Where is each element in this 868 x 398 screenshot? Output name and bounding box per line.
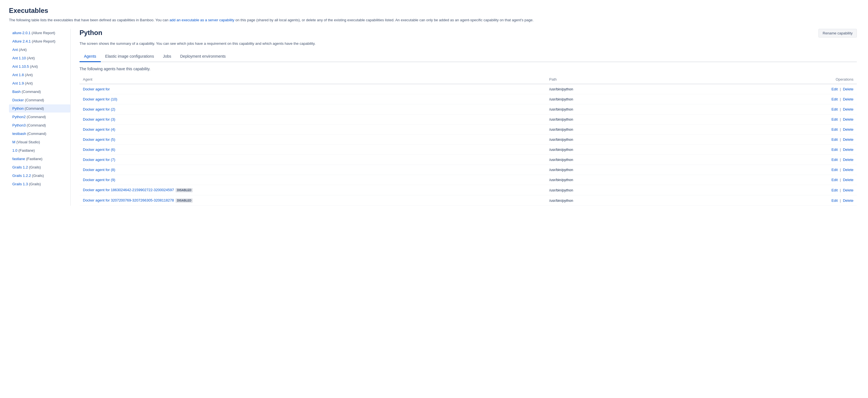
delete-link[interactable]: Delete: [843, 87, 854, 91]
sidebar-item-link[interactable]: Ant 1.10.5: [12, 64, 29, 69]
rename-capability-button[interactable]: Rename capability: [818, 29, 857, 37]
sidebar-item-link[interactable]: Python3: [12, 123, 26, 127]
delete-link[interactable]: Delete: [843, 147, 854, 152]
sidebar-item-link[interactable]: Grails 1.2: [12, 165, 28, 169]
edit-link[interactable]: Edit: [831, 178, 837, 182]
delete-link[interactable]: Delete: [843, 188, 854, 192]
edit-link[interactable]: Edit: [831, 87, 837, 91]
edit-link[interactable]: Edit: [831, 137, 837, 142]
sidebar-item-type: (Ant): [25, 81, 33, 86]
sidebar-item-docker[interactable]: Docker (Command): [9, 96, 70, 104]
agent-link[interactable]: Docker agent for (10): [83, 97, 117, 101]
sidebar-item-ant-1.10.5[interactable]: Ant 1.10.5 (Ant): [9, 62, 70, 70]
sidebar-item-link[interactable]: 1.0: [12, 148, 18, 153]
sidebar-item-allure-2.4.1[interactable]: Allure 2.4.1 (Allure Report): [9, 37, 70, 45]
separator: |: [839, 127, 842, 132]
agent-link[interactable]: Docker agent for (4): [83, 127, 115, 132]
delete-link[interactable]: Delete: [843, 137, 854, 142]
intro-text: The following table lists the executable…: [9, 18, 859, 23]
add-executable-link[interactable]: add an executable as a server capability: [169, 18, 235, 22]
sidebar-item-grails-1.2[interactable]: Grails 1.2 (Grails): [9, 163, 70, 171]
sidebar-item-link[interactable]: allure-2.0.1: [12, 31, 31, 35]
agent-link[interactable]: Docker agent for 3207200769-3207266305-3…: [83, 198, 174, 202]
edit-link[interactable]: Edit: [831, 147, 837, 152]
sidebar-item-link[interactable]: fastlane: [12, 157, 25, 161]
path-cell: /usr/bin/python: [546, 185, 702, 195]
edit-link[interactable]: Edit: [831, 168, 837, 172]
operations-cell: Edit | Delete: [702, 165, 857, 175]
sidebar-item-grails-1.2.2[interactable]: Grails 1.2.2 (Grails): [9, 172, 70, 180]
edit-link[interactable]: Edit: [831, 127, 837, 132]
delete-link[interactable]: Delete: [843, 117, 854, 122]
sidebar: allure-2.0.1 (Allure Report)Allure 2.4.1…: [9, 29, 70, 206]
separator: |: [839, 158, 842, 162]
tab-deployment-environments[interactable]: Deployment environments: [176, 51, 230, 62]
edit-link[interactable]: Edit: [831, 117, 837, 122]
delete-link[interactable]: Delete: [843, 107, 854, 111]
path-cell: /usr/bin/python: [546, 104, 702, 114]
path-cell: /usr/bin/python: [546, 155, 702, 165]
sidebar-item-allure-2.0.1[interactable]: allure-2.0.1 (Allure Report): [9, 29, 70, 37]
sidebar-item-fastlane[interactable]: fastlane (Fastlane): [9, 155, 70, 163]
sidebar-item-link[interactable]: Bash: [12, 90, 21, 94]
sidebar-item-1.0[interactable]: 1.0 (Fastlane): [9, 146, 70, 155]
edit-link[interactable]: Edit: [831, 97, 837, 101]
delete-link[interactable]: Delete: [843, 158, 854, 162]
tab-elastic-image-configurations[interactable]: Elastic image configurations: [101, 51, 158, 62]
sidebar-item-ant-1.8[interactable]: Ant 1.8 (Ant): [9, 71, 70, 79]
edit-link[interactable]: Edit: [831, 188, 837, 192]
sidebar-item-link[interactable]: Python: [12, 106, 24, 110]
agent-link[interactable]: Docker agent for (6): [83, 147, 115, 152]
delete-link[interactable]: Delete: [843, 97, 854, 101]
sidebar-item-link[interactable]: M: [12, 140, 16, 144]
sidebar-item-link[interactable]: Python2: [12, 115, 26, 119]
delete-link[interactable]: Delete: [843, 178, 854, 182]
sidebar-item-link[interactable]: testbash: [12, 132, 26, 136]
disabled-badge: DISABLED: [176, 198, 193, 203]
path-cell: /usr/bin/python: [546, 135, 702, 145]
sidebar-item-ant-1.9[interactable]: Ant 1.9 (Ant): [9, 79, 70, 87]
delete-link[interactable]: Delete: [843, 198, 854, 203]
sidebar-item-link[interactable]: Ant 1.10: [12, 56, 26, 60]
delete-link[interactable]: Delete: [843, 127, 854, 132]
sidebar-item-python3[interactable]: Python3 (Command): [9, 121, 70, 129]
table-row: Docker agent for 3207200769-3207266305-3…: [80, 195, 857, 206]
agent-link[interactable]: Docker agent for: [83, 87, 110, 91]
separator: |: [839, 198, 842, 203]
sidebar-item-m[interactable]: M (Visual Studio): [9, 138, 70, 146]
sidebar-item-ant-1.10[interactable]: Ant 1.10 (Ant): [9, 54, 70, 62]
tab-agents[interactable]: Agents: [80, 51, 101, 62]
edit-link[interactable]: Edit: [831, 198, 837, 203]
sidebar-item-link[interactable]: Ant: [12, 47, 18, 52]
sidebar-item-bash[interactable]: Bash (Command): [9, 88, 70, 96]
col-header-path: Path: [546, 75, 702, 84]
edit-link[interactable]: Edit: [831, 107, 837, 111]
operations-cell: Edit | Delete: [702, 175, 857, 185]
table-row: Docker agent for (4)/usr/bin/pythonEdit …: [80, 125, 857, 135]
agent-link[interactable]: Docker agent for (8): [83, 168, 115, 172]
edit-link[interactable]: Edit: [831, 158, 837, 162]
agent-link[interactable]: Docker agent for (3): [83, 117, 115, 122]
sidebar-item-link[interactable]: Grails 1.3: [12, 182, 28, 186]
sidebar-item-link[interactable]: Allure 2.4.1: [12, 39, 31, 43]
delete-link[interactable]: Delete: [843, 168, 854, 172]
sidebar-item-python[interactable]: Python (Command): [9, 104, 70, 112]
tab-jobs[interactable]: Jobs: [158, 51, 176, 62]
path-cell: /usr/bin/python: [546, 125, 702, 135]
agent-link[interactable]: Docker agent for (9): [83, 178, 115, 182]
agent-cell: Docker agent for 1863024642-2159902722-3…: [80, 185, 546, 195]
table-row: Docker agent for (7)/usr/bin/pythonEdit …: [80, 155, 857, 165]
sidebar-item-link[interactable]: Docker: [12, 98, 24, 102]
sidebar-item-ant[interactable]: Ant (Ant): [9, 45, 70, 54]
agent-link[interactable]: Docker agent for (2): [83, 107, 115, 111]
sidebar-item-grails-1.3[interactable]: Grails 1.3 (Grails): [9, 180, 70, 188]
agent-link[interactable]: Docker agent for (7): [83, 158, 115, 162]
sidebar-item-testbash[interactable]: testbash (Command): [9, 130, 70, 138]
sidebar-item-link[interactable]: Ant 1.8: [12, 73, 24, 77]
sidebar-item-link[interactable]: Grails 1.2.2: [12, 173, 31, 178]
sidebar-item-link[interactable]: Ant 1.9: [12, 81, 24, 86]
sidebar-item-python2[interactable]: Python2 (Command): [9, 113, 70, 121]
operations-cell: Edit | Delete: [702, 94, 857, 104]
agent-link[interactable]: Docker agent for 1863024642-2159902722-3…: [83, 188, 174, 192]
agent-link[interactable]: Docker agent for (5): [83, 137, 115, 142]
